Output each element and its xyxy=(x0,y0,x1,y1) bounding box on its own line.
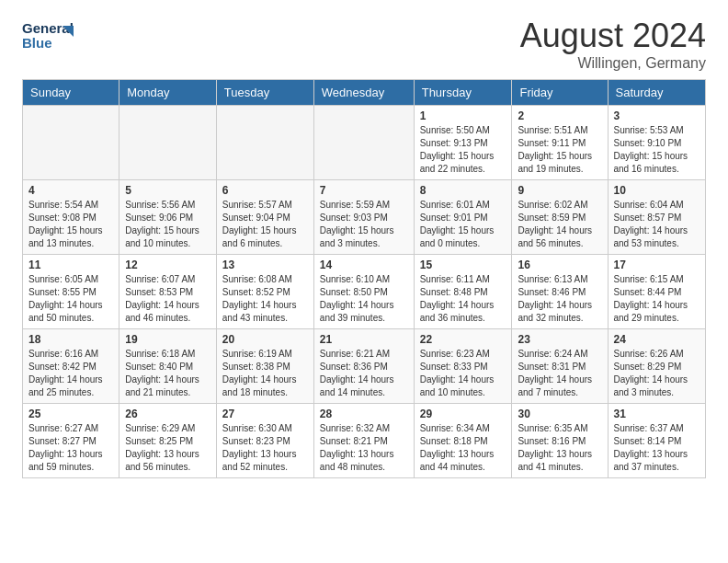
calendar-cell: 1Sunrise: 5:50 AMSunset: 9:13 PMDaylight… xyxy=(414,106,512,180)
day-info: Sunrise: 6:32 AMSunset: 8:21 PMDaylight:… xyxy=(320,422,408,474)
day-info: Sunrise: 5:51 AMSunset: 9:11 PMDaylight:… xyxy=(518,124,601,176)
day-number: 27 xyxy=(222,408,308,420)
calendar-cell: 6Sunrise: 5:57 AMSunset: 9:04 PMDaylight… xyxy=(216,180,313,255)
day-info: Sunrise: 6:04 AMSunset: 8:57 PMDaylight:… xyxy=(614,199,700,250)
day-info: Sunrise: 6:35 AMSunset: 8:16 PMDaylight:… xyxy=(518,422,601,474)
day-info: Sunrise: 6:29 AMSunset: 8:25 PMDaylight:… xyxy=(125,422,210,474)
calendar-cell: 14Sunrise: 6:10 AMSunset: 8:50 PMDayligh… xyxy=(313,255,414,329)
day-number: 24 xyxy=(614,333,700,346)
logo: GeneralBlue xyxy=(22,17,77,53)
day-info: Sunrise: 6:13 AMSunset: 8:46 PMDaylight:… xyxy=(518,273,601,325)
day-info: Sunrise: 6:18 AMSunset: 8:40 PMDaylight:… xyxy=(125,348,210,399)
calendar-cell: 19Sunrise: 6:18 AMSunset: 8:40 PMDayligh… xyxy=(119,329,217,404)
calendar-week-0: 1Sunrise: 5:50 AMSunset: 9:13 PMDaylight… xyxy=(23,106,706,180)
day-info: Sunrise: 5:50 AMSunset: 9:13 PMDaylight:… xyxy=(420,124,506,176)
calendar-cell: 21Sunrise: 6:21 AMSunset: 8:36 PMDayligh… xyxy=(313,329,414,404)
col-header-monday: Monday xyxy=(119,80,217,106)
day-info: Sunrise: 6:37 AMSunset: 8:14 PMDaylight:… xyxy=(614,422,700,474)
col-header-sunday: Sunday xyxy=(23,80,119,106)
calendar-cell: 8Sunrise: 6:01 AMSunset: 9:01 PMDaylight… xyxy=(414,180,512,255)
day-number: 15 xyxy=(420,259,506,271)
day-number: 16 xyxy=(518,259,601,271)
calendar-cell: 30Sunrise: 6:35 AMSunset: 8:16 PMDayligh… xyxy=(512,404,608,478)
calendar-week-4: 25Sunrise: 6:27 AMSunset: 8:27 PMDayligh… xyxy=(23,404,706,478)
calendar-cell: 31Sunrise: 6:37 AMSunset: 8:14 PMDayligh… xyxy=(608,404,706,478)
calendar-cell xyxy=(119,106,217,180)
calendar-cell xyxy=(216,106,313,180)
day-info: Sunrise: 6:24 AMSunset: 8:31 PMDaylight:… xyxy=(518,348,601,399)
title-block: August 2024 Willingen, Germany xyxy=(520,17,706,72)
calendar-wrapper: SundayMondayTuesdayWednesdayThursdayFrid… xyxy=(0,79,728,489)
calendar-week-3: 18Sunrise: 6:16 AMSunset: 8:42 PMDayligh… xyxy=(23,329,706,404)
day-number: 11 xyxy=(28,259,113,271)
day-number: 3 xyxy=(614,109,700,122)
calendar-cell: 15Sunrise: 6:11 AMSunset: 8:48 PMDayligh… xyxy=(414,255,512,329)
col-header-tuesday: Tuesday xyxy=(216,80,313,106)
day-info: Sunrise: 5:53 AMSunset: 9:10 PMDaylight:… xyxy=(614,124,700,176)
calendar-table: SundayMondayTuesdayWednesdayThursdayFrid… xyxy=(22,79,706,478)
day-info: Sunrise: 6:19 AMSunset: 8:38 PMDaylight:… xyxy=(222,348,308,399)
col-header-friday: Friday xyxy=(512,80,608,106)
calendar-cell: 16Sunrise: 6:13 AMSunset: 8:46 PMDayligh… xyxy=(512,255,608,329)
col-header-wednesday: Wednesday xyxy=(313,80,414,106)
calendar-cell: 29Sunrise: 6:34 AMSunset: 8:18 PMDayligh… xyxy=(414,404,512,478)
col-header-saturday: Saturday xyxy=(608,80,706,106)
calendar-cell: 9Sunrise: 6:02 AMSunset: 8:59 PMDaylight… xyxy=(512,180,608,255)
day-info: Sunrise: 6:34 AMSunset: 8:18 PMDaylight:… xyxy=(420,422,506,474)
day-number: 21 xyxy=(320,333,408,346)
day-number: 17 xyxy=(614,259,700,271)
calendar-cell: 18Sunrise: 6:16 AMSunset: 8:42 PMDayligh… xyxy=(23,329,119,404)
calendar-cell: 17Sunrise: 6:15 AMSunset: 8:44 PMDayligh… xyxy=(608,255,706,329)
day-number: 18 xyxy=(28,333,113,346)
day-number: 31 xyxy=(614,408,700,420)
calendar-cell: 11Sunrise: 6:05 AMSunset: 8:55 PMDayligh… xyxy=(23,255,119,329)
day-info: Sunrise: 6:21 AMSunset: 8:36 PMDaylight:… xyxy=(320,348,408,399)
day-number: 29 xyxy=(420,408,506,420)
day-number: 22 xyxy=(420,333,506,346)
day-info: Sunrise: 6:02 AMSunset: 8:59 PMDaylight:… xyxy=(518,199,601,250)
location-subtitle: Willingen, Germany xyxy=(520,55,706,72)
day-info: Sunrise: 6:30 AMSunset: 8:23 PMDaylight:… xyxy=(222,422,308,474)
calendar-cell: 20Sunrise: 6:19 AMSunset: 8:38 PMDayligh… xyxy=(216,329,313,404)
day-info: Sunrise: 5:54 AMSunset: 9:08 PMDaylight:… xyxy=(28,199,113,250)
calendar-cell: 26Sunrise: 6:29 AMSunset: 8:25 PMDayligh… xyxy=(119,404,217,478)
calendar-cell: 10Sunrise: 6:04 AMSunset: 8:57 PMDayligh… xyxy=(608,180,706,255)
calendar-cell: 3Sunrise: 5:53 AMSunset: 9:10 PMDaylight… xyxy=(608,106,706,180)
day-info: Sunrise: 6:16 AMSunset: 8:42 PMDaylight:… xyxy=(28,348,113,399)
calendar-cell: 25Sunrise: 6:27 AMSunset: 8:27 PMDayligh… xyxy=(23,404,119,478)
day-info: Sunrise: 6:15 AMSunset: 8:44 PMDaylight:… xyxy=(614,273,700,325)
day-info: Sunrise: 6:07 AMSunset: 8:53 PMDaylight:… xyxy=(125,273,210,325)
calendar-cell xyxy=(313,106,414,180)
calendar-cell: 27Sunrise: 6:30 AMSunset: 8:23 PMDayligh… xyxy=(216,404,313,478)
col-header-thursday: Thursday xyxy=(414,80,512,106)
day-number: 4 xyxy=(28,184,113,197)
calendar-cell xyxy=(23,106,119,180)
calendar-cell: 23Sunrise: 6:24 AMSunset: 8:31 PMDayligh… xyxy=(512,329,608,404)
day-info: Sunrise: 6:27 AMSunset: 8:27 PMDaylight:… xyxy=(28,422,113,474)
day-number: 20 xyxy=(222,333,308,346)
day-number: 26 xyxy=(125,408,210,420)
day-number: 19 xyxy=(125,333,210,346)
calendar-cell: 5Sunrise: 5:56 AMSunset: 9:06 PMDaylight… xyxy=(119,180,217,255)
day-number: 2 xyxy=(518,109,601,122)
day-number: 5 xyxy=(125,184,210,197)
day-info: Sunrise: 6:01 AMSunset: 9:01 PMDaylight:… xyxy=(420,199,506,250)
svg-text:Blue: Blue xyxy=(22,35,52,51)
day-info: Sunrise: 6:10 AMSunset: 8:50 PMDaylight:… xyxy=(320,273,408,325)
day-info: Sunrise: 6:11 AMSunset: 8:48 PMDaylight:… xyxy=(420,273,506,325)
day-number: 30 xyxy=(518,408,601,420)
calendar-cell: 4Sunrise: 5:54 AMSunset: 9:08 PMDaylight… xyxy=(23,180,119,255)
day-info: Sunrise: 5:59 AMSunset: 9:03 PMDaylight:… xyxy=(320,199,408,250)
day-number: 13 xyxy=(222,259,308,271)
month-title: August 2024 xyxy=(520,17,706,55)
day-number: 10 xyxy=(614,184,700,197)
calendar-cell: 7Sunrise: 5:59 AMSunset: 9:03 PMDaylight… xyxy=(313,180,414,255)
calendar-cell: 28Sunrise: 6:32 AMSunset: 8:21 PMDayligh… xyxy=(313,404,414,478)
logo-svg: GeneralBlue xyxy=(22,17,77,53)
day-info: Sunrise: 5:56 AMSunset: 9:06 PMDaylight:… xyxy=(125,199,210,250)
page-header: GeneralBlue August 2024 Willingen, Germa… xyxy=(0,0,728,79)
day-number: 8 xyxy=(420,184,506,197)
calendar-cell: 13Sunrise: 6:08 AMSunset: 8:52 PMDayligh… xyxy=(216,255,313,329)
day-info: Sunrise: 6:26 AMSunset: 8:29 PMDaylight:… xyxy=(614,348,700,399)
day-info: Sunrise: 5:57 AMSunset: 9:04 PMDaylight:… xyxy=(222,199,308,250)
